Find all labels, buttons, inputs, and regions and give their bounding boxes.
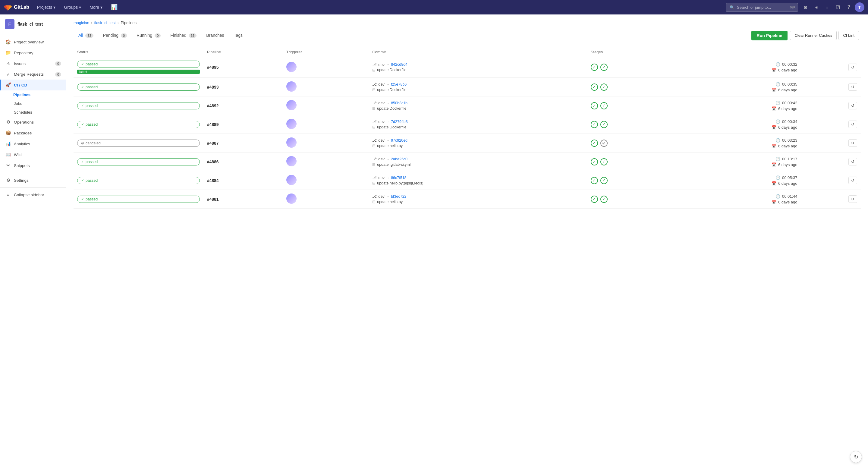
commit-hash-link[interactable]: bf3ec722 <box>391 194 406 199</box>
tab-pending[interactable]: Pending 0 <box>98 30 132 41</box>
commit-cell: ⎇ dev → f25e78b6 ⊞ update Dockerfile <box>369 78 587 96</box>
tab-running[interactable]: Running 0 <box>132 30 165 41</box>
pipeline-link[interactable]: #4895 <box>207 65 219 70</box>
actions-cell: ↺ <box>801 153 861 171</box>
commit-icon: ⊞ <box>372 87 375 92</box>
stage-passed-icon[interactable]: ✓ <box>600 121 608 128</box>
pipeline-link[interactable]: #4887 <box>207 141 219 146</box>
retry-button[interactable]: ↺ <box>848 102 857 109</box>
nav-activity-icon[interactable]: 📊 <box>108 2 121 12</box>
todo-icon[interactable]: ☑ <box>833 2 843 12</box>
nav-groups[interactable]: Groups ▾ <box>61 3 84 11</box>
stage-passed-icon[interactable]: ✓ <box>600 84 608 91</box>
pipeline-id-cell: #4881 <box>204 190 283 209</box>
search-input[interactable] <box>737 5 787 10</box>
tab-finished[interactable]: Finished 33 <box>165 30 201 41</box>
stages-cell: ✓⊘ <box>587 134 677 153</box>
commit-hash-link[interactable]: 842cd8d4 <box>391 62 407 67</box>
run-pipeline-button[interactable]: Run Pipeline <box>751 31 788 40</box>
stage-passed-icon[interactable]: ✓ <box>591 121 598 128</box>
sidebar-item-pipelines[interactable]: Pipelines <box>13 90 66 99</box>
table-row: ⊘ canceled#4887 ⎇ dev → 97c920ed ⊞ updat… <box>73 134 861 153</box>
sidebar-item-jobs[interactable]: Jobs <box>13 99 66 108</box>
stage-passed-icon[interactable]: ✓ <box>591 196 598 203</box>
stage-passed-icon[interactable]: ✓ <box>591 139 598 147</box>
stage-passed-icon[interactable]: ✓ <box>600 64 608 71</box>
stage-passed-icon[interactable]: ✓ <box>591 158 598 165</box>
sidebar-item-wiki[interactable]: 📖 Wiki <box>0 149 66 160</box>
stage-passed-icon[interactable]: ✓ <box>591 102 598 109</box>
commit-hash-link[interactable]: 86c7f518 <box>391 176 406 180</box>
sidebar-collapse[interactable]: « Collapse sidebar <box>0 190 66 200</box>
retry-button[interactable]: ↺ <box>848 64 857 71</box>
code-review-icon[interactable]: ⊞ <box>811 2 821 12</box>
merge-request-icon[interactable]: ⑃ <box>822 2 832 12</box>
help-icon[interactable]: ? <box>844 2 854 12</box>
pipeline-time-ago: 6 days ago <box>778 68 798 72</box>
branch-name: dev <box>378 194 384 199</box>
stage-passed-icon[interactable]: ✓ <box>600 196 608 203</box>
commit-hash-link[interactable]: 850b3c1b <box>391 101 407 105</box>
commit-cell: ⎇ dev → bf3ec722 ⊞ update hello.py <box>369 190 587 209</box>
sidebar-item-merge-requests[interactable]: ⑃ Merge Requests 0 <box>0 69 66 80</box>
tab-tags[interactable]: Tags <box>229 30 248 41</box>
analytics-icon: 📊 <box>5 141 11 147</box>
commit-hash-link[interactable]: 2abe25c0 <box>391 157 407 161</box>
retry-button[interactable]: ↺ <box>848 177 857 184</box>
tab-branches[interactable]: Branches <box>201 30 229 41</box>
breadcrumb: magician › flask_ci_test › Pipelines <box>73 21 861 25</box>
pipeline-link[interactable]: #4881 <box>207 197 219 202</box>
breadcrumb-magician[interactable]: magician <box>73 21 89 25</box>
retry-button[interactable]: ↺ <box>848 139 857 147</box>
stage-passed-icon[interactable]: ✓ <box>591 177 598 184</box>
ci-lint-button[interactable]: CI Lint <box>838 31 859 40</box>
stage-passed-icon[interactable]: ✓ <box>600 177 608 184</box>
issues-badge: 0 <box>55 62 61 66</box>
retry-button[interactable]: ↺ <box>848 83 857 91</box>
sidebar-item-snippets[interactable]: ✂ Snippets <box>0 160 66 171</box>
pipeline-link[interactable]: #4884 <box>207 178 219 183</box>
sidebar-item-settings[interactable]: ⚙ Settings <box>0 175 66 186</box>
sidebar-item-analytics[interactable]: 📊 Analytics <box>0 138 66 149</box>
pipeline-link[interactable]: #4889 <box>207 122 219 127</box>
pipeline-duration: 00:00:35 <box>782 82 798 87</box>
sidebar: F flask_ci_test 🏠 Project overview 📁 Rep… <box>0 14 66 475</box>
sidebar-item-issues[interactable]: ⚠ Issues 0 <box>0 58 66 69</box>
sidebar-item-packages[interactable]: 📦 Packages <box>0 127 66 138</box>
stage-passed-icon[interactable]: ✓ <box>600 102 608 109</box>
search-bar[interactable]: 🔍 ⌘K <box>726 3 798 12</box>
time-cell: 🕐 00:05:37 📅 6 days ago <box>677 171 801 190</box>
retry-button[interactable]: ↺ <box>848 195 857 203</box>
pipeline-link[interactable]: #4892 <box>207 103 219 108</box>
user-avatar[interactable]: T <box>855 2 864 12</box>
sidebar-item-operations[interactable]: ⚙ Operations <box>0 117 66 127</box>
sidebar-item-project-overview[interactable]: 🏠 Project overview <box>0 36 66 47</box>
pipeline-time-ago: 6 days ago <box>778 88 798 92</box>
stage-passed-icon[interactable]: ✓ <box>591 64 598 71</box>
pipeline-id-cell: #4895 <box>204 57 283 78</box>
pipeline-link[interactable]: #4893 <box>207 85 219 90</box>
stage-passed-icon[interactable]: ✓ <box>600 158 608 165</box>
nav-projects[interactable]: Projects ▾ <box>34 3 59 11</box>
sidebar-item-repository[interactable]: 📁 Repository <box>0 47 66 58</box>
commit-hash-link[interactable]: 97c920ed <box>391 138 407 142</box>
nav-more[interactable]: More ▾ <box>87 3 105 11</box>
clear-runner-caches-button[interactable]: Clear Runner Caches <box>790 31 837 40</box>
stage-canceled-icon[interactable]: ⊘ <box>600 139 608 147</box>
wiki-icon: 📖 <box>5 152 11 157</box>
commit-hash-link[interactable]: 7d2794b3 <box>391 120 408 124</box>
create-icon[interactable]: ⊕ <box>801 2 810 12</box>
gitlab-logo[interactable]: GitLab <box>4 3 29 11</box>
breadcrumb-flask[interactable]: flask_ci_test <box>94 21 116 25</box>
sidebar-item-schedules[interactable]: Schedules <box>13 108 66 117</box>
col-stages: Stages <box>587 47 677 57</box>
stage-passed-icon[interactable]: ✓ <box>591 84 598 91</box>
retry-button[interactable]: ↺ <box>848 121 857 128</box>
sidebar-nav: 🏠 Project overview 📁 Repository ⚠ Issues… <box>0 34 66 202</box>
commit-hash-link[interactable]: f25e78b6 <box>391 82 407 87</box>
sidebar-item-ci-cd[interactable]: 🚀 CI / CD <box>0 80 66 90</box>
retry-button[interactable]: ↺ <box>848 158 857 165</box>
tab-all[interactable]: All 33 <box>73 30 98 41</box>
pipeline-link[interactable]: #4886 <box>207 159 219 164</box>
refresh-button[interactable]: ↻ <box>850 451 862 463</box>
